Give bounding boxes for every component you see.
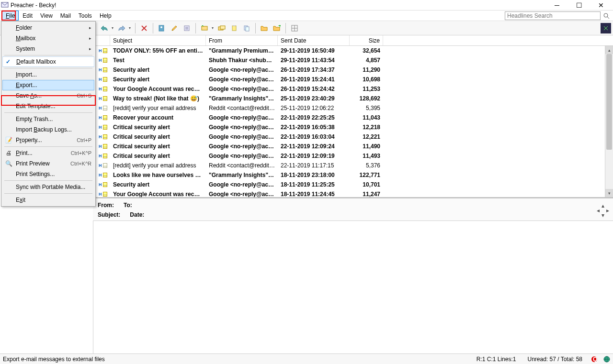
menu-edit[interactable]: Edit [19, 11, 36, 21]
folder-open-button[interactable] [259, 22, 270, 34]
menu-file[interactable]: File [2, 11, 19, 21]
email-list-scrollbar[interactable]: ▴ ▾ [605, 46, 613, 197]
column-size[interactable]: Size [350, 35, 383, 45]
email-row[interactable]: HCritical security alertGoogle <no-reply… [96, 151, 613, 161]
email-subject: Way to streak! (Not like that 😅) [110, 95, 206, 102]
file-menu-exit[interactable]: Exit [2, 195, 94, 205]
file-menu-export[interactable]: Export... [2, 80, 94, 90]
scroll-thumb[interactable] [606, 54, 612, 150]
envelope-icon [103, 182, 108, 187]
file-menu-mailbox[interactable]: Mailbox▸ [2, 33, 94, 44]
scroll-up-button[interactable]: ▴ [605, 46, 613, 54]
email-row[interactable]: HLooks like we have ourselves a vo..."Gr… [96, 170, 613, 180]
email-row[interactable]: H[reddit] verify your email addressReddi… [96, 103, 613, 113]
email-size: 11,490 [350, 143, 383, 150]
email-row[interactable]: HSecurity alertGoogle <no-reply@accou...… [96, 75, 613, 84]
email-size: 122,771 [350, 172, 383, 178]
file-menu-import-backup[interactable]: Import Backup Logs... [2, 124, 94, 135]
email-from: Reddit <contact@reddit.c... [206, 162, 278, 169]
close-button[interactable]: ✕ [590, 0, 612, 11]
becky-logo-button[interactable] [601, 23, 611, 33]
file-menu-import[interactable]: Import... [2, 69, 94, 80]
email-row[interactable]: HCritical security alertGoogle <no-reply… [96, 122, 613, 132]
email-row[interactable]: HWay to streak! (Not like that 😅)"Gramma… [96, 94, 613, 103]
file-menu-property[interactable]: 📝Property...Ctrl+P [2, 135, 94, 145]
email-size: 11,253 [350, 86, 383, 92]
forward-dropdown[interactable]: ▾ [127, 26, 132, 30]
email-row[interactable]: HSecurity alertGoogle <no-reply@accou...… [96, 65, 613, 75]
email-from: Google <no-reply@accou... [206, 66, 278, 73]
file-menu-folder[interactable]: Folder▸ [2, 22, 94, 33]
file-menu-sync[interactable]: Sync with Portable Media... [2, 182, 94, 192]
file-menu-default-mailbox[interactable]: Default Mailbox [2, 56, 94, 67]
notes-button[interactable] [181, 22, 193, 34]
email-sent: 22-11-2019 12:09:19 [278, 153, 350, 159]
email-from: Google <no-reply@accou... [206, 181, 278, 188]
reply-dropdown[interactable]: ▾ [110, 26, 115, 30]
envelope-icon [103, 77, 108, 82]
file-menu-system[interactable]: System▸ [2, 44, 94, 54]
email-list-header: Subject From Sent Date Size [96, 35, 613, 46]
email-subject: Recover your account [110, 114, 206, 121]
envelope-icon [103, 125, 108, 130]
email-size: 10,701 [350, 181, 383, 188]
email-sent: 26-11-2019 17:34:37 [278, 66, 350, 73]
forward-button[interactable] [116, 22, 127, 34]
email-row[interactable]: HTODAY ONLY: 55% OFF an entire y..."Gram… [96, 46, 613, 55]
scroll-down-button[interactable]: ▾ [605, 189, 613, 197]
send-all-button[interactable] [216, 22, 227, 34]
column-subject[interactable]: Subject [110, 35, 206, 45]
column-sent[interactable]: Sent Date [278, 35, 350, 45]
email-row[interactable]: HCritical security alertGoogle <no-reply… [96, 132, 613, 142]
addressbook-button[interactable] [156, 22, 168, 34]
email-row[interactable]: HTestShubh Thakur <shubham...29-11-2019 … [96, 55, 613, 65]
column-icon[interactable] [96, 35, 110, 45]
copy-button[interactable] [241, 22, 252, 34]
file-menu-edit-template[interactable]: Edit Template... [2, 101, 94, 111]
clipboard-button[interactable] [228, 22, 240, 34]
email-row[interactable]: HRecover your accountGoogle <no-reply@ac… [96, 113, 613, 122]
email-row[interactable]: HSecurity alertGoogle <no-reply@accou...… [96, 180, 613, 189]
email-row[interactable]: HCritical security alertGoogle <no-reply… [96, 142, 613, 151]
window-titlebar: Preacher - Becky! ─ ☐ ✕ [0, 0, 613, 11]
column-from[interactable]: From [206, 35, 278, 45]
svg-point-6 [160, 26, 162, 28]
envelope-icon [103, 87, 108, 91]
email-subject: Critical security alert [110, 133, 206, 140]
layout-button[interactable] [289, 22, 300, 34]
status-counts: Unread: 57 / Total: 58 [524, 356, 585, 363]
email-row[interactable]: HYour Google Account was recover...Googl… [96, 84, 613, 94]
status-q-icon[interactable]: Q [591, 356, 598, 363]
menu-help[interactable]: Help [96, 11, 115, 21]
email-size: 128,692 [350, 95, 383, 102]
file-menu-save-as[interactable]: Save As...Ctrl+S [2, 90, 94, 101]
email-subject: Looks like we have ourselves a vo... [110, 172, 206, 178]
folder-add-button[interactable]: + [271, 22, 283, 34]
menu-view[interactable]: View [36, 11, 57, 21]
headlines-search-input[interactable] [505, 11, 601, 20]
email-from: "Grammarly Insights" <in... [206, 95, 278, 102]
menu-tools[interactable]: Tools [75, 11, 96, 21]
send-receive-dropdown[interactable]: ▾ [210, 26, 215, 30]
file-menu-empty-trash[interactable]: Empty Trash... [2, 114, 94, 124]
menubar: File Edit View Mail Tools Help [0, 11, 613, 21]
menu-mail[interactable]: Mail [57, 11, 75, 21]
file-menu-print-settings[interactable]: Print Settings... [2, 169, 94, 179]
minimize-button[interactable]: ─ [546, 0, 568, 11]
reply-button[interactable] [99, 22, 110, 34]
file-menu-print[interactable]: 🖨Print...Ctrl+K^P [2, 148, 94, 158]
search-button[interactable] [602, 11, 611, 20]
email-size: 11,043 [350, 114, 383, 121]
app-icon [1, 1, 9, 9]
email-row[interactable]: H[reddit] verify your email addressReddi… [96, 161, 613, 170]
file-menu-print-preview[interactable]: 🔍Print PreviewCtrl+K^R [2, 158, 94, 169]
send-receive-button[interactable] [199, 22, 210, 34]
property-icon: 📝 [5, 137, 12, 143]
edit-button[interactable] [169, 22, 180, 34]
preview-from-label: From: [98, 202, 114, 209]
email-row[interactable]: HYour Google Account was recover...Googl… [96, 189, 613, 197]
maximize-button[interactable]: ☐ [568, 0, 590, 11]
delete-button[interactable] [138, 22, 150, 34]
preview-nav-arrows[interactable]: ▴ ◂▸ ▾ [596, 203, 610, 218]
status-globe-icon[interactable] [603, 356, 610, 363]
